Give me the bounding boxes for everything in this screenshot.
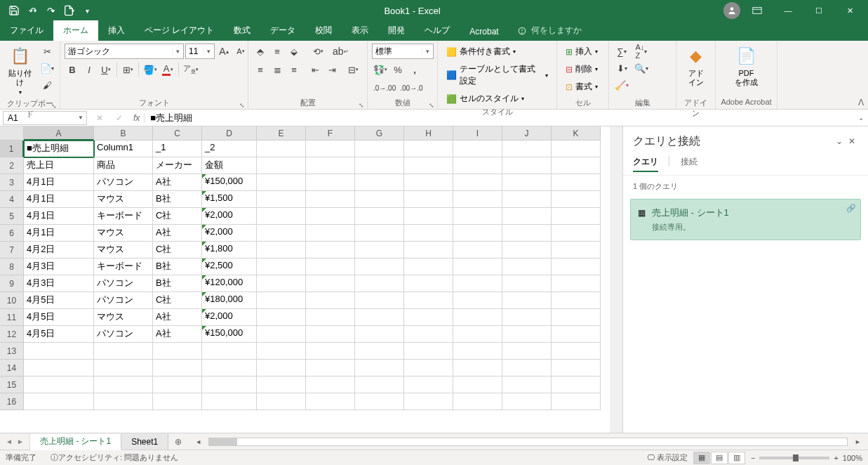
ribbon-tab-挿入[interactable]: 挿入 (98, 20, 135, 41)
cell[interactable] (202, 393, 257, 410)
format-cells-button[interactable]: ⊡書式 ▾ (561, 79, 602, 95)
cell[interactable] (404, 326, 453, 343)
zoom-slider[interactable] (759, 457, 829, 459)
cell[interactable]: _2 (202, 140, 257, 157)
cell[interactable] (24, 376, 94, 393)
cell[interactable] (94, 360, 153, 376)
cell[interactable] (552, 140, 601, 157)
cell[interactable] (257, 360, 306, 376)
row-header[interactable]: 16 (0, 393, 24, 410)
ribbon-tab-校閲[interactable]: 校閲 (305, 20, 342, 41)
cell-styles-button[interactable]: 🟩セルのスタイル ▾ (442, 91, 528, 107)
row-header[interactable]: 3 (0, 174, 24, 191)
ribbon-tab-表示[interactable]: 表示 (342, 20, 378, 41)
qat-customize[interactable]: ▾ (79, 2, 95, 19)
column-header-J[interactable]: J (502, 126, 552, 140)
cell[interactable]: 4月3日 (24, 275, 94, 292)
cell[interactable] (552, 174, 601, 191)
cell[interactable] (502, 258, 552, 275)
column-header-I[interactable]: I (453, 126, 502, 140)
copy-button[interactable]: 📄▾ (39, 60, 55, 76)
cell[interactable] (502, 242, 552, 258)
underline-button[interactable]: U▾ (98, 62, 114, 77)
cut-button[interactable]: ✂ (39, 44, 55, 59)
row-header[interactable]: 6 (0, 225, 24, 242)
number-dialog-launcher[interactable]: ⤡ (429, 102, 434, 109)
merge-button[interactable]: ⊟▾ (345, 62, 361, 77)
sheet-tab[interactable]: Sheet1 (121, 433, 168, 450)
ribbon-tab-開発[interactable]: 開発 (378, 20, 415, 41)
cell[interactable] (453, 343, 502, 360)
cell[interactable]: A社 (153, 225, 202, 242)
cell[interactable]: A社 (153, 326, 202, 343)
cell[interactable]: ■売上明細 (24, 140, 94, 157)
cell[interactable] (306, 157, 355, 174)
cell[interactable] (202, 343, 257, 360)
row-header[interactable]: 13 (0, 343, 24, 360)
cell[interactable] (453, 292, 502, 309)
fill-color-button[interactable]: 🪣▾ (142, 62, 159, 77)
cell[interactable] (94, 376, 153, 393)
percent-button[interactable]: % (390, 62, 406, 77)
cell[interactable] (453, 309, 502, 326)
cell[interactable] (355, 191, 404, 208)
align-top-button[interactable]: ⬘ (253, 44, 268, 59)
cell[interactable] (306, 343, 355, 360)
cell[interactable] (404, 275, 453, 292)
row-header[interactable]: 9 (0, 275, 24, 292)
cancel-formula-button[interactable]: ✕ (90, 113, 109, 123)
cell[interactable] (355, 258, 404, 275)
cell[interactable] (257, 376, 306, 393)
align-center-button[interactable]: ≣ (269, 62, 285, 77)
row-header[interactable]: 12 (0, 326, 24, 343)
select-all-button[interactable] (0, 126, 24, 140)
cell[interactable]: 4月1日 (24, 225, 94, 242)
align-middle-button[interactable]: ≡ (269, 44, 285, 59)
cell[interactable] (257, 174, 306, 191)
cell[interactable] (257, 191, 306, 208)
delete-cells-button[interactable]: ⊟削除 ▾ (561, 61, 602, 77)
wrap-text-button[interactable]: ab↵ (331, 44, 350, 59)
cell[interactable] (552, 208, 601, 225)
close-button[interactable]: ✕ (836, 1, 864, 20)
row-header[interactable]: 11 (0, 309, 24, 326)
new-sheet-button[interactable]: ⊕ (168, 433, 188, 450)
font-name-combo[interactable]: 游ゴシック▾ (65, 44, 184, 59)
expand-formula-bar[interactable]: ⌄ (854, 114, 868, 122)
decrease-decimal-button[interactable]: .00→.0 (399, 80, 424, 96)
cell[interactable] (404, 309, 453, 326)
cell[interactable]: ¥2,000 (202, 208, 257, 225)
cell[interactable]: 4月5日 (24, 309, 94, 326)
cell[interactable] (404, 191, 453, 208)
insert-cells-button[interactable]: ⊞挿入 ▾ (561, 44, 602, 60)
cell[interactable] (257, 343, 306, 360)
cell[interactable] (306, 140, 355, 157)
normal-view-button[interactable]: ▦ (693, 452, 710, 464)
cell[interactable] (404, 174, 453, 191)
cell[interactable] (552, 292, 601, 309)
fx-button[interactable]: fx (129, 113, 145, 123)
cell[interactable] (453, 258, 502, 275)
cell[interactable]: C社 (153, 208, 202, 225)
cell[interactable] (355, 326, 404, 343)
align-dialog-launcher[interactable]: ⤡ (359, 102, 364, 109)
format-as-table-button[interactable]: 🟦テーブルとして書式設定 ▾ (442, 61, 552, 89)
tell-me-search[interactable]: 何をしますか (509, 20, 590, 41)
query-item[interactable]: ▦ 🔗 売上明細 - シート1 接続専用。 (630, 199, 861, 240)
clear-button[interactable]: 🧹 ▾ (613, 77, 630, 93)
ribbon-display-options[interactable] (743, 1, 771, 20)
sort-filter-button[interactable]: A↓Z▾ (633, 44, 650, 59)
cell[interactable]: マウス (94, 225, 153, 242)
conditional-formatting-button[interactable]: 🟨条件付き書式 ▾ (442, 44, 520, 60)
cell[interactable] (502, 275, 552, 292)
cell[interactable] (257, 393, 306, 410)
zoom-in-button[interactable]: + (834, 454, 838, 462)
decrease-indent-button[interactable]: ⇤ (307, 62, 323, 77)
cell[interactable]: 4月5日 (24, 292, 94, 309)
cell[interactable] (453, 225, 502, 242)
cell[interactable]: マウス (94, 191, 153, 208)
cell[interactable]: 4月5日 (24, 326, 94, 343)
column-header-F[interactable]: F (306, 126, 355, 140)
cell[interactable]: Column1 (94, 140, 153, 157)
cell[interactable] (306, 360, 355, 376)
